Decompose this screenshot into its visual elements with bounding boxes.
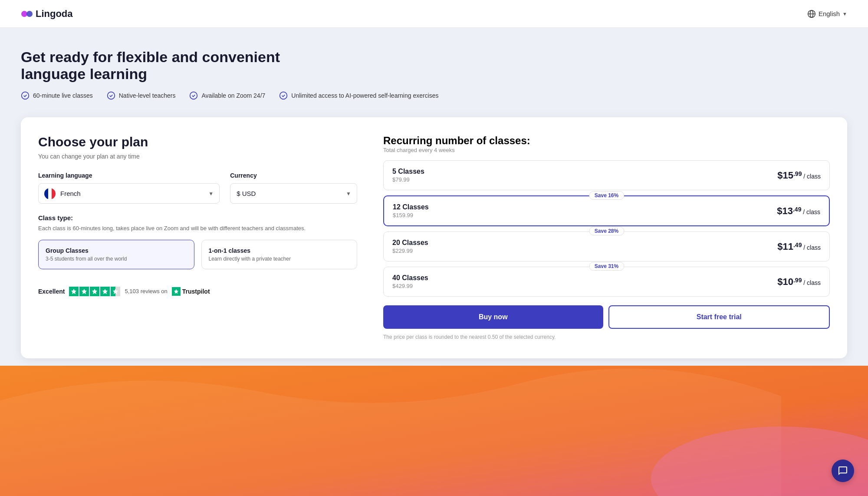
plan-card-20[interactable]: Save 28% 20 Classes $229.99 $11.49 / cla… (383, 231, 830, 261)
plan-20-price-main: $11 (777, 241, 793, 252)
svg-point-1 (26, 11, 33, 17)
svg-marker-11 (92, 289, 97, 294)
language-selector[interactable]: English ▼ (807, 10, 847, 18)
plan-20-name: 20 Classes (392, 239, 428, 247)
feature-item-4: Unlimited access to AI-powered self-lear… (279, 91, 438, 100)
language-select-wrapper: French Spanish German English ▼ (38, 183, 220, 204)
svg-marker-9 (71, 289, 76, 294)
language-label: English (819, 10, 840, 17)
feature-item-3: Available on Zoom 24/7 (189, 91, 265, 100)
save-badge-20: Save 28% (589, 227, 624, 235)
globe-icon (807, 10, 816, 18)
svg-marker-13 (113, 289, 118, 294)
plan-5-name: 5 Classes (392, 168, 424, 175)
plan-40-total: $429.99 (392, 283, 428, 289)
feature-item-2: Native-level teachers (107, 91, 176, 100)
currency-label: Currency (230, 172, 357, 179)
svg-point-7 (190, 92, 197, 99)
tp-star-icon (172, 287, 181, 296)
plan-card-5[interactable]: 5 Classes $79.99 $15.99 / class (383, 160, 830, 190)
svg-point-0 (21, 11, 27, 17)
feature-text-2: Native-level teachers (119, 92, 176, 99)
trustpilot-section: Excellent 5,103 reviews on (38, 287, 357, 296)
star-5-half (111, 287, 120, 296)
group-classes-option[interactable]: Group Classes 3-5 students from all over… (38, 240, 194, 269)
excellent-text: Excellent (38, 288, 65, 295)
header: Lingoda English ▼ (0, 0, 868, 28)
star-2 (79, 287, 89, 296)
svg-marker-10 (82, 289, 87, 294)
logo[interactable]: Lingoda (21, 8, 73, 20)
svg-point-6 (107, 92, 115, 99)
learning-language-label: Learning language (38, 172, 220, 179)
plan-12-price: $13.49 / class (777, 205, 820, 217)
feature-item-1: 60-minute live classes (21, 91, 93, 100)
star-1 (69, 287, 79, 296)
svg-point-16 (651, 427, 868, 496)
private-classes-option[interactable]: 1-on-1 classes Learn directly with a pri… (201, 240, 358, 269)
chat-button[interactable] (832, 460, 854, 482)
plan-card-12[interactable]: Save 16% 12 Classes $159.99 $13.49 / cla… (383, 195, 830, 226)
feature-text-3: Available on Zoom 24/7 (201, 92, 265, 99)
currency-select-wrapper: $ USD € EUR £ GBP ▼ (230, 183, 357, 204)
start-free-trial-button[interactable]: Start free trial (608, 305, 830, 329)
plan-title: Choose your plan (38, 135, 357, 149)
currency-select[interactable]: $ USD € EUR £ GBP (230, 183, 357, 204)
star-rating (69, 287, 120, 296)
plan-5-price-main: $15 (777, 170, 793, 181)
logo-text: Lingoda (36, 8, 73, 20)
plan-left: Choose your plan You can change your pla… (38, 135, 357, 341)
action-buttons: Buy now Start free trial (383, 305, 830, 329)
svg-rect-15 (0, 366, 868, 496)
group-classes-desc: 3-5 students from all over the world (46, 256, 187, 262)
bg-decoration (0, 366, 868, 496)
plan-card-40[interactable]: Save 31% 40 Classes $429.99 $10.99 / cla… (383, 267, 830, 297)
logo-icon (21, 8, 33, 20)
save-badge-40: Save 31% (589, 262, 624, 271)
plan-40-price-sup: .99 (793, 277, 802, 284)
hero-title: Get ready for flexible and convenient la… (21, 49, 325, 83)
features-list: 60-minute live classes Native-level teac… (21, 91, 847, 100)
plan-20-price-suffix: / class (803, 244, 821, 251)
chevron-down-icon: ▼ (842, 11, 847, 17)
feature-text-1: 60-minute live classes (33, 92, 93, 99)
svg-marker-14 (174, 289, 178, 293)
class-type-label: Class type: (38, 214, 357, 222)
check-icon-1 (21, 91, 30, 100)
plan-40-price-main: $10 (777, 276, 793, 287)
main-card: Choose your plan You can change your pla… (21, 117, 847, 358)
check-icon-4 (279, 91, 288, 100)
plan-20-price: $11.49 / class (777, 241, 821, 252)
plan-12-price-sup: .49 (793, 206, 801, 213)
plan-12-price-suffix: / class (803, 208, 820, 215)
plan-40-price-suffix: / class (803, 279, 821, 286)
plan-subtitle: You can change your plan at any time (38, 153, 357, 160)
svg-point-5 (22, 92, 29, 99)
price-note: The price per class is rounded to the ne… (383, 333, 830, 341)
trustpilot-brand: Trustpilot (182, 288, 210, 295)
svg-point-8 (280, 92, 287, 99)
plan-40-price: $10.99 / class (777, 276, 821, 288)
class-type-options: Group Classes 3-5 students from all over… (38, 240, 357, 269)
plan-5-total: $79.99 (392, 176, 424, 183)
plan-12-total: $159.99 (393, 212, 429, 218)
chat-icon (838, 466, 848, 476)
plan-5-price: $15.99 / class (777, 170, 821, 181)
pricing-heading: Recurring number of classes: (383, 135, 830, 147)
trustpilot-logo: Trustpilot (172, 287, 210, 296)
star-3 (90, 287, 99, 296)
hero-section: Get ready for flexible and convenient la… (0, 28, 868, 109)
pricing-section: Recurring number of classes: Total charg… (383, 135, 830, 341)
language-select[interactable]: French Spanish German English (38, 183, 220, 204)
private-classes-desc: Learn directly with a private teacher (209, 256, 350, 262)
svg-marker-12 (102, 289, 108, 294)
plan-40-name: 40 Classes (392, 274, 428, 282)
plan-20-total: $229.99 (392, 248, 428, 254)
buy-now-button[interactable]: Buy now (383, 305, 603, 329)
feature-text-4: Unlimited access to AI-powered self-lear… (291, 92, 438, 99)
plan-5-price-sup: .99 (793, 170, 802, 177)
class-type-desc: Each class is 60-minutes long, takes pla… (38, 224, 357, 233)
group-classes-title: Group Classes (46, 247, 187, 254)
reviews-text: 5,103 reviews on (125, 288, 167, 294)
plan-12-price-main: $13 (777, 205, 793, 216)
